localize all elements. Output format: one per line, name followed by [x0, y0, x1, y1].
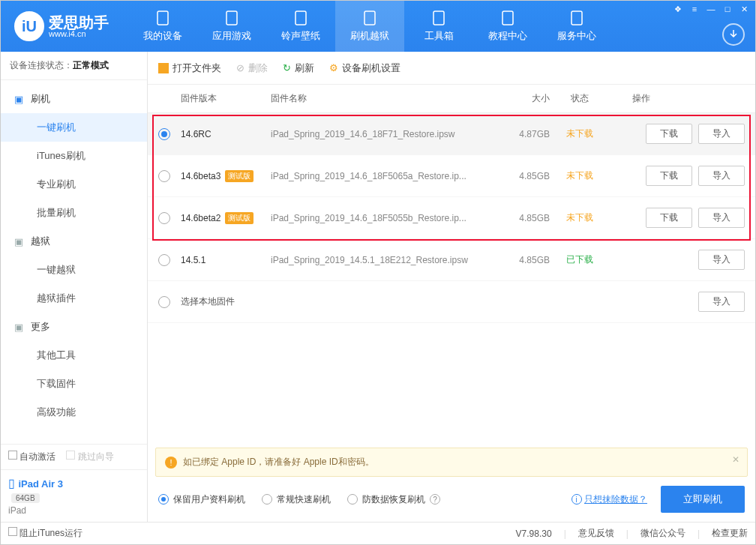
more-icon: ▣ — [13, 321, 25, 333]
import-button[interactable]: 导入 — [698, 250, 745, 270]
warning-icon: ! — [165, 457, 177, 469]
firmware-row[interactable]: 14.6beta2测试版iPad_Spring_2019_14.6_18F505… — [148, 197, 755, 239]
svg-rect-4 — [434, 11, 444, 25]
skip-guide-checkbox[interactable]: 跳过向导 — [66, 451, 113, 463]
shield-icon: ▣ — [13, 235, 25, 247]
delete-button[interactable]: ⊘删除 — [236, 61, 268, 75]
import-button[interactable]: 导入 — [698, 208, 745, 228]
row-version: 14.6beta3测试版 — [181, 170, 271, 182]
nav-icon — [292, 10, 309, 26]
open-folder-button[interactable]: 打开文件夹 — [158, 61, 221, 75]
nav-0[interactable]: 我的设备 — [128, 1, 197, 52]
nav-icon — [224, 10, 240, 26]
sidebar-item[interactable]: 下载固件 — [1, 370, 147, 398]
sidebar-item[interactable]: 其他工具 — [1, 341, 147, 370]
row-status: 已下载 — [550, 253, 610, 266]
sidebar-cat-more[interactable]: ▣更多 — [1, 313, 147, 341]
mode-radio[interactable] — [347, 494, 358, 505]
col-ops: 操作 — [610, 92, 745, 105]
row-radio[interactable] — [158, 128, 170, 140]
refresh-icon: ↻ — [283, 62, 291, 73]
row-size: 4.85GB — [490, 171, 550, 181]
nav-3[interactable]: 刷机越狱 — [335, 1, 404, 52]
gear-icon: ⚙ — [329, 62, 338, 73]
row-radio[interactable] — [158, 254, 170, 266]
row-version: 14.6RC — [181, 129, 271, 139]
mode-radio[interactable] — [262, 494, 272, 505]
auto-activate-checkbox[interactable]: 自动激活 — [8, 451, 56, 463]
app-name: 爱思助手 — [49, 15, 109, 30]
mode-option[interactable]: 保留用户资料刷机 — [158, 493, 245, 506]
delete-icon: ⊘ — [236, 62, 244, 73]
nav-5[interactable]: 教程中心 — [473, 1, 542, 52]
row-filename: iPad_Spring_2019_14.6_18F5065a_Restore.i… — [271, 171, 490, 181]
col-version: 固件版本 — [158, 92, 271, 105]
nav-6[interactable]: 服务中心 — [542, 1, 611, 52]
refresh-button[interactable]: ↻刷新 — [283, 61, 314, 75]
row-status: 未下载 — [550, 127, 610, 140]
row-radio[interactable] — [158, 296, 170, 308]
device-info[interactable]: ▯ iPad Air 3 64GB iPad — [1, 469, 147, 522]
svg-rect-3 — [364, 11, 375, 25]
download-button[interactable]: 下载 — [646, 166, 692, 186]
sidebar-item[interactable]: 专业刷机 — [1, 170, 147, 199]
nav-4[interactable]: 工具箱 — [404, 1, 473, 52]
sidebar-cat-shield[interactable]: ▣越狱 — [1, 227, 147, 256]
sidebar-item[interactable]: 越狱插件 — [1, 284, 147, 313]
menu-icon[interactable]: ≡ — [688, 4, 701, 14]
wechat-link[interactable]: 微信公众号 — [640, 527, 686, 540]
firmware-row[interactable]: 14.6RCiPad_Spring_2019_14.6_18F71_Restor… — [148, 113, 755, 155]
firmware-row[interactable]: 14.6beta3测试版iPad_Spring_2019_14.6_18F506… — [148, 155, 755, 197]
firmware-row[interactable]: 14.5.1iPad_Spring_2019_14.5.1_18E212_Res… — [148, 239, 755, 281]
warning-banner: ! 如已绑定 Apple ID，请准备好 Apple ID和密码。 ✕ — [155, 448, 748, 477]
nav-icon — [568, 10, 585, 26]
warning-close-icon[interactable]: ✕ — [732, 454, 740, 465]
row-radio[interactable] — [158, 212, 170, 224]
close-icon[interactable]: ✕ — [737, 4, 751, 14]
sidebar-item[interactable]: 高级功能 — [1, 398, 147, 427]
row-status: 未下载 — [550, 211, 610, 224]
maximize-icon[interactable]: □ — [721, 4, 734, 14]
mode-option[interactable]: 常规快速刷机 — [262, 493, 331, 506]
minimize-icon[interactable]: — — [704, 4, 718, 14]
import-button[interactable]: 导入 — [698, 166, 745, 186]
app-logo: iU 爱思助手 www.i4.cn — [1, 11, 122, 41]
sidebar-item[interactable]: 一键越狱 — [1, 256, 147, 284]
import-button[interactable]: 导入 — [698, 124, 745, 144]
settings-button[interactable]: ⚙设备刷机设置 — [329, 61, 400, 75]
sidebar-item[interactable]: 一键刷机 — [1, 113, 147, 142]
download-circle-icon[interactable] — [722, 23, 745, 46]
row-filename: iPad_Spring_2019_14.6_18F5055b_Restore.i… — [271, 213, 490, 223]
nav-1[interactable]: 应用游戏 — [197, 1, 266, 52]
sidebar-item[interactable]: iTunes刷机 — [1, 142, 147, 170]
row-filename: iPad_Spring_2019_14.6_18F71_Restore.ipsw — [271, 129, 490, 139]
nav-icon — [500, 10, 516, 26]
sidebar-cat-flash[interactable]: ▣刷机 — [1, 85, 147, 113]
col-status: 状态 — [550, 92, 610, 105]
feedback-link[interactable]: 意见反馈 — [578, 527, 614, 540]
svg-rect-1 — [226, 11, 237, 25]
block-itunes-checkbox[interactable]: 阻止iTunes运行 — [8, 527, 82, 540]
app-url: www.i4.cn — [49, 30, 109, 38]
col-name: 固件名称 — [271, 92, 490, 105]
row-version: 14.6beta2测试版 — [181, 212, 271, 224]
pin-icon[interactable]: ❖ — [671, 4, 685, 14]
erase-help[interactable]: i 只想抹除数据？ — [572, 493, 647, 506]
local-firmware-row[interactable]: 选择本地固件导入 — [148, 281, 755, 323]
row-status: 未下载 — [550, 169, 610, 182]
nav-2[interactable]: 铃声壁纸 — [266, 1, 335, 52]
row-radio[interactable] — [158, 170, 170, 182]
download-button[interactable]: 下载 — [646, 208, 692, 228]
update-link[interactable]: 检查更新 — [712, 527, 748, 540]
mode-option[interactable]: 防数据恢复刷机 ? — [347, 493, 440, 506]
sidebar-item[interactable]: 批量刷机 — [1, 199, 147, 227]
flash-icon: ▣ — [13, 93, 25, 105]
flash-button[interactable]: 立即刷机 — [661, 486, 745, 513]
svg-rect-6 — [572, 11, 582, 25]
mode-radio[interactable] — [158, 494, 169, 505]
help-icon[interactable]: ? — [430, 494, 440, 505]
row-size: 4.85GB — [490, 255, 550, 265]
nav-icon — [362, 10, 378, 26]
download-button[interactable]: 下载 — [646, 124, 692, 144]
import-button[interactable]: 导入 — [698, 292, 745, 312]
